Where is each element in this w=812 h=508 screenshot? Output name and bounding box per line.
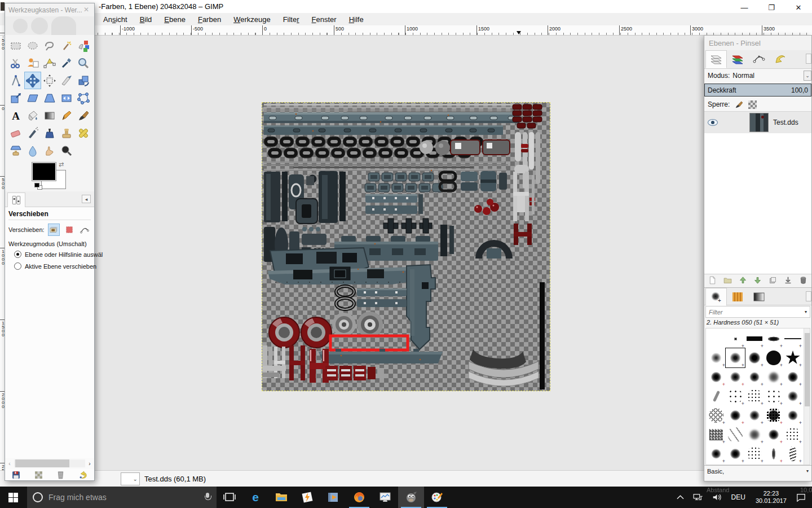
delete-options-icon[interactable]: [56, 470, 65, 480]
layers-dock[interactable]: Ebenen - Pinsel Modus: Normal ⌄ Deckkraf…: [704, 35, 812, 481]
tool-pencil[interactable]: [58, 107, 75, 124]
brush-item-splat2[interactable]: +: [783, 387, 802, 406]
tool-text[interactable]: A: [7, 107, 24, 124]
layer-group-button[interactable]: [723, 275, 732, 287]
tool-ellipse-select[interactable]: [24, 37, 41, 54]
tool-rotate[interactable]: [75, 72, 92, 89]
scroll-right-icon[interactable]: ›: [85, 461, 94, 467]
tool-crop[interactable]: [58, 72, 75, 89]
brush-item-circle[interactable]: +: [764, 348, 783, 367]
taskbar-edge[interactable]: e: [242, 487, 268, 508]
brush-item-splat[interactable]: +: [726, 444, 745, 463]
menu-farben[interactable]: Farben: [192, 14, 227, 25]
tool-options-tab[interactable]: [7, 192, 25, 207]
swap-colors-icon[interactable]: ⇄: [59, 161, 64, 168]
tool-measure[interactable]: [7, 72, 24, 89]
anchor-layer-button[interactable]: [783, 275, 793, 287]
taskbar-winamp[interactable]: [294, 487, 320, 508]
tool-move[interactable]: [24, 72, 41, 89]
action-center-icon[interactable]: [792, 487, 810, 508]
move-target-opt-path[interactable]: [79, 224, 91, 236]
close-button[interactable]: ✕: [785, 0, 812, 15]
taskbar-gimp[interactable]: [398, 487, 424, 508]
toolbox-scrollbar[interactable]: ‹ ›: [5, 458, 94, 469]
brush-item-sticks[interactable]: [726, 425, 745, 444]
tool-align[interactable]: [41, 72, 58, 89]
language-indicator[interactable]: DEU: [727, 493, 750, 501]
taskbar-media-player[interactable]: [320, 487, 346, 508]
move-target-opt-layer[interactable]: [48, 224, 60, 236]
scroll-left-icon[interactable]: ‹: [5, 461, 14, 467]
tool-paintbrush[interactable]: [75, 107, 92, 124]
brush-item-splat-soft[interactable]: +: [764, 367, 783, 387]
tool-zoom[interactable]: [75, 54, 92, 72]
raise-layer-button[interactable]: [738, 275, 748, 287]
taskbar-explorer[interactable]: [268, 487, 294, 508]
clock[interactable]: 22:23 30.01.2017: [751, 490, 791, 505]
duplicate-layer-button[interactable]: [768, 275, 778, 287]
toolbox-window[interactable]: Werkzeugkasten - Wer... ✕ A ⇄ ◂ Verschie…: [5, 3, 95, 481]
brush-tag-value[interactable]: Basic,: [707, 468, 724, 475]
brush-item-bar[interactable]: +: [745, 329, 764, 348]
dock-tab-layers[interactable]: [705, 50, 727, 68]
dock-tab-undo-history[interactable]: [770, 50, 791, 68]
brush-item-splat[interactable]: +: [707, 367, 726, 387]
tool-blur[interactable]: [24, 142, 41, 159]
brush-item-soft3[interactable]: +: [745, 348, 764, 367]
save-options-icon[interactable]: [11, 470, 21, 480]
scrollbar-track[interactable]: [14, 459, 85, 467]
scrollbar-thumb[interactable]: [15, 459, 69, 467]
dock-tab-paths-tab[interactable]: [748, 50, 770, 68]
cortana-search[interactable]: Frag mich etwas: [27, 487, 217, 508]
tool-fuzzy-select[interactable]: [58, 37, 75, 54]
horizontal-ruler[interactable]: -1000-5000500100015002000250030003500: [0, 25, 812, 36]
brush-item-dots-sparse[interactable]: +: [726, 387, 745, 406]
tool-perspective[interactable]: [41, 89, 58, 107]
dock-tab-gradients-tab[interactable]: [748, 288, 770, 306]
brush-item-splat3[interactable]: +: [707, 444, 726, 463]
taskbar-system-monitor[interactable]: [372, 487, 398, 508]
volume-icon[interactable]: [708, 487, 726, 508]
tool-dodge-burn[interactable]: [58, 142, 75, 159]
tag-dropdown-icon[interactable]: ▾: [806, 468, 809, 474]
menu-fenster[interactable]: Fenster: [306, 14, 343, 25]
mode-value[interactable]: Normal: [732, 72, 754, 80]
tool-scissors[interactable]: [7, 54, 24, 72]
tool-gradient[interactable]: [41, 107, 58, 124]
tool-eraser[interactable]: [7, 124, 24, 142]
tool-airbrush[interactable]: [24, 124, 41, 142]
tool-free-select[interactable]: [41, 37, 58, 54]
layer-thumbnail[interactable]: [749, 113, 769, 132]
tool-rect-select[interactable]: [7, 37, 24, 54]
tool-mode-radio-0[interactable]: Ebene oder Hilfslinie auswäl: [14, 251, 91, 258]
brush-filter-row[interactable]: Filter ▾: [705, 306, 810, 318]
layer-name[interactable]: Test.dds: [773, 119, 798, 126]
brush-item-honeycomb[interactable]: +: [707, 406, 726, 425]
lower-layer-button[interactable]: [753, 275, 762, 287]
network-icon[interactable]: [689, 487, 707, 508]
microphone-icon[interactable]: [204, 493, 211, 502]
brush-item-star[interactable]: +: [783, 348, 802, 367]
filter-dropdown-icon[interactable]: ▾: [805, 309, 807, 314]
tool-mode-radio-1[interactable]: Aktive Ebene verschieben: [14, 262, 91, 270]
gimp-titlebar[interactable]: -Farben, 1 Ebene) 2048x2048 – GIMP — ❐ ✕: [0, 0, 812, 13]
tool-flip[interactable]: [58, 89, 75, 107]
dock-menu-button[interactable]: [806, 54, 811, 64]
tool-bucket-fill[interactable]: [24, 107, 41, 124]
brush-item-squaregrid[interactable]: +: [707, 425, 726, 444]
unit-combo[interactable]: ⌄: [121, 472, 140, 485]
brush-item-splat3[interactable]: +: [783, 406, 802, 425]
brush-item-ellipse[interactable]: +: [764, 329, 783, 348]
taskbar-task-view[interactable]: [217, 487, 242, 508]
taskbar-paint-net[interactable]: [424, 487, 450, 508]
tray-chevron-icon[interactable]: [673, 487, 688, 508]
brush-item-splat-soft[interactable]: +: [745, 425, 764, 444]
move-target-opt-selection[interactable]: [63, 224, 75, 236]
menu-werkzeuge[interactable]: Werkzeuge: [227, 14, 277, 25]
brush-item-blank[interactable]: [707, 329, 726, 348]
new-layer-button[interactable]: [708, 275, 717, 287]
brush-item-disc[interactable]: +: [764, 406, 783, 425]
taskbar-firefox[interactable]: [346, 487, 372, 508]
brush-item-splat[interactable]: +: [764, 425, 783, 444]
dock-tab-patterns-tab[interactable]: [727, 288, 748, 306]
